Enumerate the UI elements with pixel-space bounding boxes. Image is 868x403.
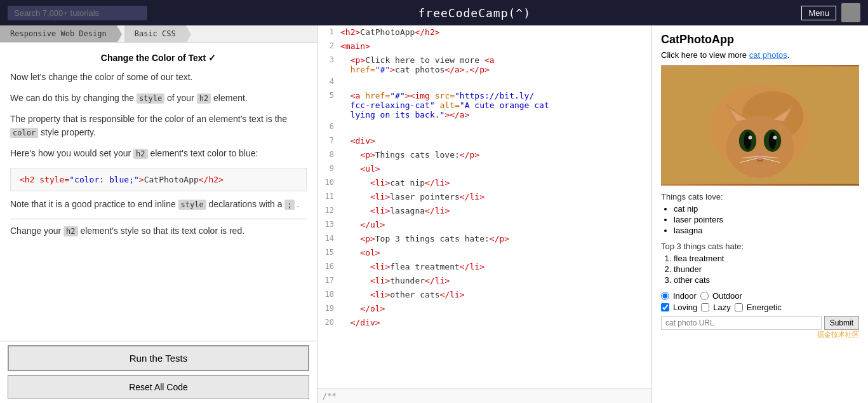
- line-number: 6: [317, 121, 340, 131]
- code-line-17: 17 <li>thunder</li>: [317, 274, 651, 288]
- checkbox-row: Loving Lazy Energetic: [661, 303, 859, 312]
- line-number: 3: [317, 54, 340, 64]
- inline-code-style-2: style: [178, 200, 206, 210]
- code-line-3: 3 <p>Click here to view more <a href="#"…: [317, 53, 651, 75]
- inline-code-style: style: [137, 93, 164, 104]
- line-number: 14: [317, 233, 340, 243]
- radio-indoor[interactable]: [661, 292, 669, 300]
- checkbox-lazy-label: Lazy: [713, 303, 730, 312]
- preview-cat-image: [661, 65, 859, 186]
- checkbox-energetic[interactable]: [735, 303, 743, 311]
- line-number: 10: [317, 177, 340, 187]
- lesson-para-note: Note that it is a good practice to end i…: [10, 198, 307, 211]
- svg-point-3: [726, 116, 794, 178]
- run-tests-button[interactable]: Run the Tests: [8, 345, 309, 371]
- line-number: 8: [317, 149, 340, 159]
- line-content: <main>: [340, 40, 651, 51]
- line-content: <div>: [340, 135, 651, 146]
- radio-outdoor[interactable]: [700, 292, 709, 300]
- code-line-1: 1 <h2>CatPhotoApp</h2>: [317, 25, 651, 39]
- code-line-12: 12 <li>lasagna</li>: [317, 204, 651, 218]
- lesson-para-4: Here's how you would set your h2 element…: [10, 147, 307, 160]
- line-number: 5: [317, 90, 340, 100]
- breadcrumb-item-basic-css[interactable]: Basic CSS: [124, 25, 186, 42]
- line-content: [340, 121, 651, 122]
- line-content: <li>other cats</li>: [340, 289, 651, 299]
- list-item: other cats: [674, 275, 859, 285]
- cat-photo-url-input[interactable]: [661, 316, 822, 330]
- code-editor[interactable]: 1 <h2>CatPhotoApp</h2> 2 <main> 3 <p>Cli…: [317, 25, 651, 388]
- list-item: cat nip: [674, 204, 859, 214]
- list-item: laser pointers: [674, 215, 859, 224]
- lesson-title: Change the Color of Text ✓: [10, 53, 307, 63]
- line-number: 2: [317, 40, 340, 50]
- site-title: freeCodeCamp(^): [418, 6, 531, 20]
- line-content: <li>laser pointers</li>: [340, 191, 651, 202]
- preview-love-list: cat nip laser pointers lasagna: [674, 204, 859, 235]
- lesson-para-1: Now let's change the color of some of ou…: [10, 71, 307, 84]
- inline-code-h2: h2: [197, 93, 211, 104]
- line-number: 15: [317, 247, 340, 257]
- line-number: 7: [317, 135, 340, 145]
- code-editor-bottom: /**: [317, 388, 651, 403]
- line-number: 4: [317, 76, 340, 86]
- menu-button[interactable]: Menu: [801, 6, 836, 20]
- checkbox-loving-label: Loving: [673, 303, 697, 312]
- code-line-6: 6: [317, 120, 651, 134]
- lesson-challenge-text: Change your h2 element's style so that i…: [10, 224, 307, 238]
- svg-point-11: [769, 132, 777, 149]
- code-line-10: 10 <li>cat nip</li>: [317, 176, 651, 190]
- watermark: 掘金技术社区: [661, 330, 859, 339]
- line-content: </ul>: [340, 219, 651, 229]
- line-content: <p>Click here to view more <a href="#">c…: [340, 54, 651, 74]
- checkbox-energetic-label: Energetic: [747, 303, 782, 312]
- search-input[interactable]: [8, 6, 147, 20]
- line-number: 13: [317, 219, 340, 229]
- code-line-5: 5 <a href="#"><img src="https://bit.ly/ …: [317, 89, 651, 120]
- inline-code-h2-3: h2: [63, 226, 77, 236]
- avatar[interactable]: [841, 3, 860, 22]
- svg-point-12: [748, 136, 752, 140]
- line-content: </div>: [340, 317, 651, 327]
- line-number: 11: [317, 191, 340, 201]
- line-number: 19: [317, 303, 340, 313]
- breadcrumb: Responsive Web Design Basic CSS: [0, 25, 317, 43]
- code-line-2: 2 <main>: [317, 39, 651, 53]
- preview-panel: CatPhotoApp Click here to view more cat …: [652, 25, 868, 403]
- checkbox-loving[interactable]: [661, 303, 669, 311]
- line-number: 16: [317, 261, 340, 271]
- inline-code-color: color: [10, 128, 38, 138]
- checkbox-lazy[interactable]: [701, 303, 709, 311]
- code-line-15: 15 <ol>: [317, 246, 651, 260]
- code-line-8: 8 <p>Things cats love:</p>: [317, 148, 651, 162]
- svg-point-13: [773, 136, 777, 140]
- line-content: <li>cat nip</li>: [340, 177, 651, 188]
- list-item: lasagna: [674, 226, 859, 235]
- submit-button[interactable]: Submit: [824, 316, 859, 330]
- preview-things-love-title: Things cats love:: [661, 192, 859, 202]
- cat-svg: [661, 65, 859, 186]
- code-line-4: 4: [317, 75, 651, 89]
- nav-right-actions: Menu: [801, 3, 860, 22]
- cat-photo-form: Submit: [661, 316, 859, 330]
- reset-code-button[interactable]: Reset All Code: [8, 375, 309, 399]
- line-number: 17: [317, 275, 340, 285]
- radio-indoor-label: Indoor: [673, 291, 697, 301]
- svg-point-10: [744, 132, 752, 149]
- inline-code-h2-2: h2: [133, 149, 147, 159]
- line-content: </ol>: [340, 303, 651, 313]
- line-content: <li>flea treatment</li>: [340, 261, 651, 271]
- line-number: 12: [317, 205, 340, 215]
- code-line-13: 13 </ul>: [317, 218, 651, 232]
- breadcrumb-item-responsive-web-design[interactable]: Responsive Web Design: [0, 25, 117, 42]
- preview-link-text: Click here to view more cat photos.: [661, 50, 859, 60]
- preview-cat-photos-link[interactable]: cat photos: [749, 50, 787, 60]
- code-line-19: 19 </ol>: [317, 302, 651, 316]
- line-number: 18: [317, 289, 340, 299]
- list-item: flea treatment: [674, 254, 859, 263]
- line-content: <p>Things cats love:</p>: [340, 149, 651, 160]
- code-line-11: 11 <li>laser pointers</li>: [317, 190, 651, 204]
- list-item: thunder: [674, 264, 859, 274]
- line-content: <h2>CatPhotoApp</h2>: [340, 26, 651, 37]
- line-content: <li>thunder</li>: [340, 275, 651, 285]
